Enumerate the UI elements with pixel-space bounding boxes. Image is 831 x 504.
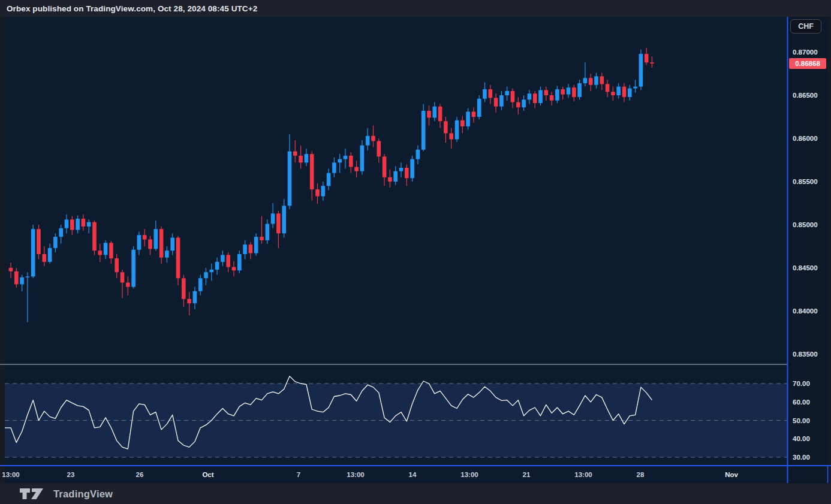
candle (193, 291, 197, 303)
candle (600, 76, 604, 84)
rsi-axis-label: 30.00 (793, 452, 810, 462)
candle (421, 111, 426, 150)
candle (477, 99, 481, 117)
price-axis-label: 0.86000 (793, 134, 818, 143)
candle (561, 89, 565, 95)
time-axis-label: Nov (712, 470, 751, 479)
price-axis-label: 0.83500 (793, 349, 818, 359)
candle (305, 154, 309, 162)
candle (121, 272, 125, 282)
time-axis-label: 13:00 (564, 470, 603, 479)
candle (65, 219, 69, 228)
candle (594, 76, 598, 84)
candle (645, 54, 649, 62)
candle (26, 276, 30, 277)
candle (410, 159, 414, 179)
candle (533, 93, 537, 103)
candle (522, 99, 526, 107)
candle (226, 255, 230, 267)
candle (293, 152, 297, 156)
candle (633, 87, 637, 89)
candle (393, 171, 398, 182)
candle (371, 136, 375, 141)
candle (104, 243, 108, 255)
price-axis-label: 0.84500 (793, 263, 818, 273)
symbol-badge-chf[interactable]: CHF (790, 19, 821, 34)
candle (288, 152, 292, 206)
axis-background (787, 17, 827, 484)
last-price-tag: 0.86868 (789, 58, 826, 69)
candle (249, 245, 253, 253)
candle (221, 255, 225, 262)
candle (98, 251, 103, 255)
candle (76, 219, 80, 230)
candle (427, 111, 431, 118)
candle (550, 95, 554, 101)
candle (494, 98, 498, 106)
candle (165, 251, 169, 258)
candle (332, 162, 336, 173)
time-axis-label: 13:00 (450, 470, 489, 479)
candle (354, 167, 359, 171)
candle (589, 78, 593, 85)
candle (59, 228, 63, 237)
candle (460, 120, 465, 126)
candle (567, 87, 571, 95)
candle (433, 107, 437, 118)
chart-canvas[interactable] (0, 17, 831, 484)
candle (344, 156, 348, 159)
candle (31, 229, 35, 276)
time-axis-label: 13:00 (0, 470, 30, 479)
candle (449, 133, 453, 139)
time-axis-label: 14 (393, 470, 432, 479)
tradingview-logo[interactable]: TradingView (19, 487, 113, 500)
rsi-axis-label: 40.00 (793, 434, 810, 443)
candle (14, 271, 19, 285)
time-axis-label: 13:00 (336, 470, 375, 479)
candle (148, 239, 152, 249)
candle (20, 277, 24, 285)
candle (143, 235, 147, 239)
candle (237, 254, 242, 270)
candle (650, 62, 654, 64)
candle (37, 229, 41, 254)
candle (187, 299, 191, 303)
candle (198, 278, 203, 291)
rsi-axis-label: 70.00 (793, 379, 810, 388)
candle (438, 107, 442, 121)
candle (338, 159, 342, 163)
candle (327, 173, 331, 186)
candle (109, 243, 113, 258)
candle (349, 156, 353, 167)
candle (210, 270, 214, 272)
rsi-axis-label: 60.00 (793, 397, 810, 407)
candle (282, 206, 286, 233)
candle (315, 189, 320, 197)
candle (215, 262, 219, 270)
candle (360, 146, 365, 171)
candle (131, 250, 136, 287)
time-axis-label: Oct (189, 470, 227, 479)
time-axis-label: 21 (507, 470, 546, 479)
candle (505, 91, 509, 95)
candle (9, 268, 13, 271)
candle (622, 87, 627, 97)
candle (366, 136, 370, 146)
candle (276, 213, 281, 233)
candle (611, 92, 615, 95)
candle (538, 90, 543, 103)
candle (544, 90, 549, 95)
candle (528, 93, 532, 99)
candle (489, 89, 493, 98)
tradingview-logo-text: TradingView (53, 488, 113, 500)
candle (154, 229, 158, 249)
candle (92, 222, 97, 251)
publish-header: Orbex published on TradingView.com, Oct … (0, 0, 831, 17)
candle (628, 88, 632, 96)
candle (388, 177, 392, 182)
candle (232, 267, 236, 271)
candle (254, 237, 258, 253)
price-axis-label: 0.85000 (793, 220, 818, 230)
candle (204, 272, 208, 278)
candle (444, 121, 448, 133)
